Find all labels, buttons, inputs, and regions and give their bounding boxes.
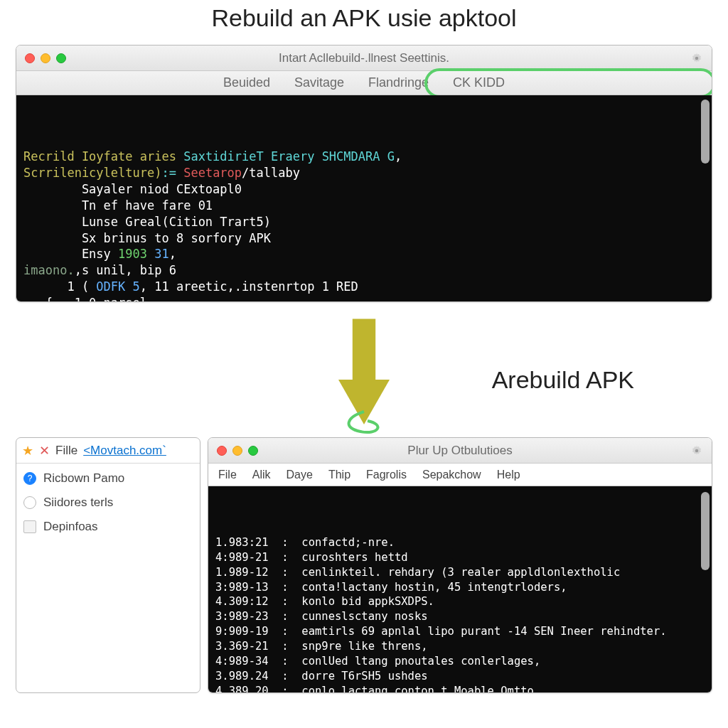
terminal-line: Scrrilenicylelture):= Seetarop/tallaby — [23, 165, 705, 181]
menu-item[interactable]: Help — [497, 469, 520, 481]
log-line: 3.989.24 : dorre T6rSH5 ushdes — [215, 669, 705, 684]
file-sidebar: ★ ✕ Fille <Movtach.com` ?Ricbown PamoSii… — [16, 437, 200, 693]
top-terminal-window: Intart Acllebuild-.llnest Seettinis. Beu… — [16, 45, 712, 302]
sidebar-item-label: Siidores terls — [43, 496, 113, 510]
bottom-titlebar[interactable]: Plur Up Otbulutioes — [208, 438, 712, 464]
log-line: 3.369-21 : snp9re like threns, — [215, 639, 705, 654]
close-icon[interactable] — [217, 446, 227, 456]
log-line: 1.989-12 : cenlinkteil. rehdary (3 reale… — [215, 565, 705, 580]
terminal-line: Sx brinus to 8 sorfory APK — [23, 230, 705, 247]
scrollbar-thumb[interactable] — [701, 100, 710, 164]
terminal-line: Sayaler niod CExtoapl0 — [23, 181, 705, 198]
log-line: 4.389.20 : conlo lactang conton t Moable… — [215, 684, 705, 692]
close-icon[interactable]: ✕ — [39, 443, 50, 459]
sidebar-item[interactable]: Depinfoas — [16, 515, 200, 539]
sidebar-header: ★ ✕ Fille <Movtach.com` — [16, 438, 200, 464]
close-icon[interactable] — [25, 53, 35, 63]
info-icon: ? — [23, 472, 36, 485]
menu-item[interactable]: Daye — [287, 469, 313, 481]
star-icon: ★ — [22, 443, 33, 459]
gear-icon[interactable] — [690, 444, 703, 457]
top-tabbar: Beuided Savitage Flandringe CK KIDD — [16, 71, 712, 95]
top-window-title: Intart Acllebuild-.llnest Seettinis. — [16, 51, 712, 65]
tab-3[interactable]: CK KIDD — [453, 75, 505, 90]
bottom-terminal-window: Plur Up Otbulutioes FileAlikDayeThipFagr… — [208, 437, 712, 693]
log-line: 3:989-13 : conta!lactany hostin, 45 inte… — [215, 580, 705, 595]
bottom-terminal-output[interactable]: 1.983:21 : confactd;-nre.4:989-21 : curo… — [208, 486, 712, 692]
bottom-window-title: Plur Up Otbulutioes — [208, 444, 712, 458]
terminal-line: Ensy 1903 31, — [23, 246, 705, 262]
terminal-line: Recrild Ioyfate aries SaxtidirieT Eraery… — [23, 149, 705, 165]
scrollbar-thumb[interactable] — [701, 492, 710, 570]
terminal-line: 1 ( ODFK 5, 11 areetic,.instenrtop 1 RED — [23, 279, 705, 295]
page-title: Rebuild an APK usie apktool — [16, 0, 712, 45]
radio-icon — [23, 496, 36, 509]
top-terminal-output[interactable]: Recrild Ioyfate aries SaxtidirieT Eraery… — [16, 95, 712, 301]
sidebar-title: Fille — [55, 444, 77, 458]
terminal-line: Lunse Greal(Cition Trart5) — [23, 214, 705, 230]
minimize-icon[interactable] — [41, 53, 50, 63]
tab-0[interactable]: Beuided — [223, 75, 270, 90]
menu-item[interactable]: Thip — [328, 469, 350, 481]
svg-rect-1 — [353, 319, 375, 383]
log-line: 4:989-21 : curoshters hettd — [215, 550, 705, 565]
log-line: 4:989-34 : conlUed ltang pnoutales conle… — [215, 654, 705, 669]
terminal-line: { 1 0 narsel — [23, 295, 705, 301]
sidebar-item-label: Ricbown Pamo — [43, 471, 124, 486]
sidebar-item[interactable]: Siidores terls — [16, 491, 200, 515]
menu-item[interactable]: File — [218, 469, 237, 481]
top-titlebar[interactable]: Intart Acllebuild-.llnest Seettinis. — [16, 46, 712, 71]
sidebar-link[interactable]: <Movtach.com` — [83, 444, 166, 458]
menu-item[interactable]: Fagrolis — [366, 469, 407, 481]
maximize-icon[interactable] — [56, 53, 66, 63]
minimize-icon[interactable] — [232, 446, 242, 456]
sidebar-item-label: Depinfoas — [43, 520, 98, 534]
menu-item[interactable]: Alik — [252, 469, 271, 481]
log-line: 4.309:12 : konlo bid appkSXDPS. — [215, 594, 705, 609]
tab-2[interactable]: Flandringe — [368, 75, 429, 90]
sidebar-item[interactable]: ?Ricbown Pamo — [16, 466, 200, 491]
log-line: 9:909-19 : eamtirls 69 apnlal lipo puran… — [215, 624, 705, 639]
gear-icon[interactable] — [690, 52, 703, 65]
traffic-lights[interactable] — [25, 53, 66, 63]
log-line: 3:989-23 : cunneslsctany nosks — [215, 609, 705, 624]
menu-item[interactable]: Sepakchow — [422, 469, 481, 481]
squiggle-annotation — [339, 410, 389, 439]
log-line: 1.983:21 : confactd;-nre. — [215, 535, 705, 550]
traffic-lights[interactable] — [217, 446, 258, 456]
doc-icon — [23, 520, 36, 533]
terminal-line: imaono.,s unil, bip 6 — [23, 262, 705, 279]
maximize-icon[interactable] — [248, 446, 258, 456]
rebuild-apk-label: Arebuild APK — [492, 366, 634, 394]
tab-1[interactable]: Savitage — [294, 75, 344, 90]
bottom-menubar: FileAlikDayeThipFagrolisSepakchowHelp — [208, 464, 712, 486]
terminal-line: Tn ef have fare 01 — [23, 198, 705, 214]
arrow-section: Arebuild APK — [16, 302, 712, 437]
